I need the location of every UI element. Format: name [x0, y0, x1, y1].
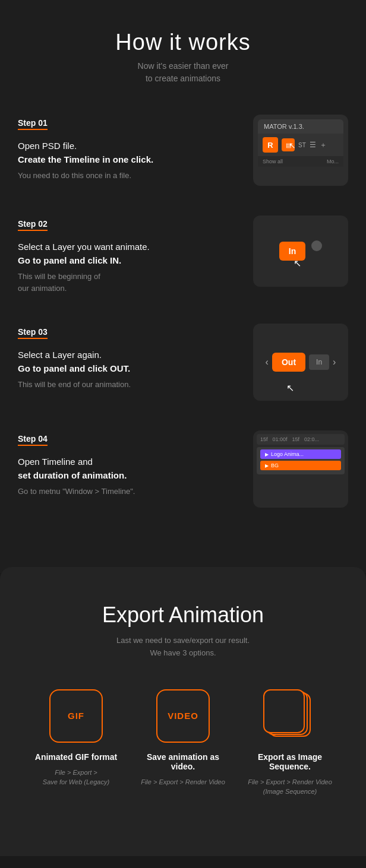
toolbar-menu: ☰: [310, 141, 316, 149]
export-video-card: VIDEO Save animation as video. File > Ex…: [135, 689, 231, 797]
step-1-sub: You need to do this once in a file.: [18, 170, 241, 182]
plugin-main-button[interactable]: ▤ ↖: [282, 138, 295, 151]
cursor-icon-2: ↖: [294, 258, 301, 269]
step-1-image: MATOR v.1.3. R ▤ ↖ ST ☰ ＋ Show all Mo...: [253, 115, 348, 186]
how-it-works-section: How it works Now it's easier than ever t…: [0, 0, 366, 573]
step-3-main: Select a Layer again. Go to panel and cl…: [18, 349, 241, 375]
step-2-main: Select a Layer you want animate. Go to p…: [18, 240, 241, 267]
step-1-text: Step 01 Open PSD file. Create the Timeli…: [18, 115, 241, 182]
cursor-icon: ↖: [289, 141, 296, 150]
step-3-sub: This will be end of our animation.: [18, 379, 241, 391]
timeline-ruler: 15f 01:00f 15f 02:0...: [257, 434, 345, 445]
export-gif-card: GIF Animated GIF format File > Export >S…: [29, 689, 124, 797]
step-2-sub: This will be beginning ofour animation.: [18, 271, 241, 294]
r-logo: R: [263, 137, 278, 153]
imgseq-title: Export as Image Sequence.: [242, 752, 337, 771]
cursor-icon-3: ↖: [286, 382, 294, 394]
step-1-main: Open PSD file. Create the Timeline in on…: [18, 140, 241, 166]
social-section: Share your work on the most popular Soci…: [0, 856, 366, 868]
step-1-block: Step 01 Open PSD file. Create the Timeli…: [18, 115, 348, 186]
track-expand-icon: ▶: [265, 452, 269, 457]
arrow-right: ›: [333, 357, 336, 368]
export-title: Export Animation: [18, 603, 348, 628]
step-1-label: Step 01: [18, 118, 48, 130]
gif-icon-wrap: GIF: [49, 689, 103, 743]
toolbar-add: ＋: [320, 140, 327, 150]
export-options: GIF Animated GIF format File > Export >S…: [18, 689, 348, 797]
toggle-indicator: [311, 240, 322, 251]
step-3-image: ‹ Out In › ↖: [253, 324, 348, 401]
video-sub: File > Export > Render Video: [141, 777, 225, 787]
gif-icon-label: GIF: [68, 711, 84, 721]
step-4-main: Open Timeline and set duration of animat…: [18, 455, 241, 482]
track-logo: ▶ Logo Anima...: [260, 449, 341, 459]
video-title: Save animation as video.: [135, 752, 231, 771]
export-subtitle: Last we need to save/export our result. …: [18, 635, 348, 660]
step-4-sub: Go to metnu "Window > Timeline".: [18, 486, 241, 498]
arrow-left: ‹: [266, 357, 269, 368]
step-2-image: In ↖: [253, 216, 348, 287]
step-3-label: Step 03: [18, 327, 48, 339]
step-3-panel: ‹ Out In ›: [266, 353, 336, 372]
header-subtitle: Now it's easier than ever to create anim…: [18, 60, 348, 85]
step-4-block: Step 04 Open Timeline and set duration o…: [18, 430, 348, 508]
track-expand-icon-2: ▶: [265, 463, 269, 468]
more-link: Mo...: [327, 159, 339, 164]
step-3-text: Step 03 Select a Layer again. Go to pane…: [18, 324, 241, 391]
export-imgseq-card: Export as Image Sequence. File > Export …: [242, 689, 337, 797]
track-logo-label: Logo Anima...: [271, 451, 304, 457]
page-title: How it works: [18, 30, 348, 55]
in-button[interactable]: In: [279, 242, 305, 261]
timeline-tracks: ▶ Logo Anima... ▶ BG: [257, 447, 345, 474]
video-icon-wrap: VIDEO: [156, 689, 210, 743]
step-2-text: Step 02 Select a Layer you want animate.…: [18, 216, 241, 294]
plugin-title: MATOR v.1.3.: [264, 123, 304, 130]
out-button[interactable]: Out: [272, 353, 305, 372]
step-2-label: Step 02: [18, 219, 48, 231]
gif-title: Animated GIF format: [35, 752, 117, 762]
video-icon-label: VIDEO: [168, 711, 198, 721]
step-2-block: Step 02 Select a Layer you want animate.…: [18, 216, 348, 294]
stack-front: [263, 689, 305, 733]
step-4-text: Step 04 Open Timeline and set duration o…: [18, 430, 241, 498]
show-all-link: Show all: [263, 159, 283, 164]
gif-sub: File > Export >Save for Web (Legacy): [43, 768, 109, 787]
in-button-small[interactable]: In: [309, 354, 329, 370]
step-2-panel: In ↖: [279, 242, 322, 261]
step-3-block: Step 03 Select a Layer again. Go to pane…: [18, 324, 348, 401]
plugin-title-bar: MATOR v.1.3.: [258, 119, 343, 134]
step-4-image: 15f 01:00f 15f 02:0... ▶ Logo Anima... ▶…: [253, 430, 348, 508]
imgseq-icon-stack: [263, 689, 317, 743]
track-bg: ▶ BG: [260, 461, 341, 470]
export-section: Export Animation Last we need to save/ex…: [0, 567, 366, 856]
toolbar-st: ST: [298, 142, 306, 148]
track-bg-label: BG: [271, 462, 279, 468]
plugin-footer: Show all Mo...: [258, 156, 343, 167]
imgseq-sub: File > Export > Render Video(Image Seque…: [248, 777, 332, 797]
step-4-label: Step 04: [18, 434, 48, 446]
plugin-toolbar: R ▤ ↖ ST ☰ ＋: [258, 134, 343, 156]
